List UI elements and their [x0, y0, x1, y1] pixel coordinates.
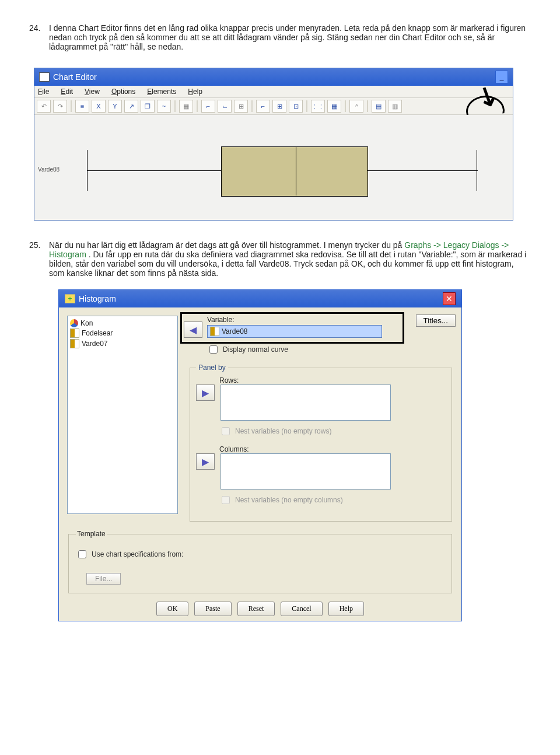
step-25-text: När du nu har lärt dig ett lådagram är d…	[49, 240, 531, 278]
chart-editor-window: Chart Editor _ File Edit View Options El…	[34, 68, 513, 221]
toolbar-x-icon[interactable]: X	[92, 100, 106, 113]
template-legend: Template	[76, 530, 107, 538]
nest-rows-label: Nest variables (no empty rows)	[235, 427, 331, 435]
menu-options[interactable]: Options	[111, 88, 135, 96]
menu-elements[interactable]: Elements	[147, 88, 176, 96]
chart-editor-icon	[39, 72, 50, 82]
dialog-buttons: OK Paste Reset Cancel Help	[67, 602, 453, 616]
toolbar-undo-icon[interactable]: ↶	[37, 100, 51, 113]
boxplot-box	[221, 146, 368, 197]
ok-button[interactable]: OK	[156, 602, 188, 616]
checkbox-icon[interactable]	[209, 345, 218, 354]
chart-editor-menubar: File Edit View Options Elements Help	[34, 86, 513, 98]
display-normal-checkbox[interactable]: Display normal curve	[207, 344, 453, 355]
step-num: 25.	[29, 240, 44, 278]
cancel-button[interactable]: Cancel	[281, 602, 322, 616]
whisker-line-right	[367, 170, 478, 171]
source-variable-list[interactable]: Kon Fodelsear Varde07	[67, 316, 178, 514]
nest-rows-checkbox: Nest variables (no empty rows)	[219, 425, 446, 437]
move-variable-button[interactable]: ◀	[184, 321, 202, 338]
chart-editor-titlebar: Chart Editor _	[34, 68, 513, 86]
panel-by-fieldset: Panel by Rows: ▶ Nest variables (no empt…	[190, 363, 452, 522]
reset-button[interactable]: Reset	[237, 602, 275, 616]
move-cols-button[interactable]: ▶	[196, 453, 215, 470]
rows-field[interactable]	[220, 385, 391, 421]
paste-button[interactable]: Paste	[194, 602, 231, 616]
toolbar-curve-icon[interactable]: ~	[157, 100, 171, 113]
toolbar-grid-icon[interactable]: ▦	[179, 100, 193, 113]
step-24: 24. I denna Chart Editor finns det en lå…	[29, 23, 531, 51]
var-label: Varde07	[82, 340, 107, 348]
rows-label: Rows:	[219, 376, 239, 385]
variable-field-value: Varde08	[222, 327, 247, 335]
toolbar-ab-icon[interactable]: ᴬ	[349, 100, 363, 113]
chart-editor-canvas: Varde08	[34, 115, 513, 220]
display-normal-label: Display normal curve	[223, 345, 288, 354]
toolbar-y-icon[interactable]: Y	[108, 100, 122, 113]
cols-field[interactable]	[220, 453, 391, 490]
var-label: Kon	[80, 319, 93, 327]
menu-help[interactable]: Help	[188, 88, 202, 96]
toolbar-transpose-icon[interactable]: ▤	[372, 100, 386, 113]
template-checkbox[interactable]: Use chart specifications from:	[76, 548, 444, 560]
menu-view[interactable]: View	[85, 88, 100, 96]
menu-file[interactable]: File	[38, 88, 49, 96]
boxplot	[87, 138, 478, 202]
file-button: File...	[86, 573, 121, 585]
variable-label: Variable:	[207, 316, 382, 324]
chart-editor-toolbar: ↘ ↶ ↷ ≡ X Y ↗ ❐ ~ ▦ ⌐ ⌙ ⊞ ⌐ ⊞ ⊡ ⋮⋮ ▦ ᴬ ▤…	[34, 98, 513, 115]
chart-editor-title: Chart Editor	[53, 72, 97, 82]
toolbar-frame-icon[interactable]: ⊞	[272, 100, 286, 113]
panel-by-legend: Panel by	[196, 363, 228, 372]
variable-field[interactable]: Varde08	[207, 325, 382, 338]
move-rows-button[interactable]: ▶	[196, 385, 215, 401]
close-button[interactable]: ✕	[443, 292, 456, 305]
checkbox-icon	[222, 496, 230, 504]
toolbar-l-icon[interactable]: ⌐	[201, 100, 215, 113]
minimize-button[interactable]: _	[495, 71, 508, 83]
toolbar-l2-icon[interactable]: ⌙	[218, 100, 232, 113]
nest-cols-checkbox: Nest variables (no empty columns)	[219, 494, 446, 506]
definition-column: Titles... ◀ Variable: Varde08 Display no	[184, 316, 453, 522]
scale-icon	[70, 339, 79, 348]
toolbar-gridh-icon[interactable]: ▦	[327, 100, 341, 113]
boxplot-median	[296, 146, 296, 195]
step-25-text-b: . Du får upp en ruta där du ska definier…	[49, 250, 526, 278]
histogram-body: Kon Fodelsear Varde07 Titles... ◀	[59, 307, 461, 621]
nominal-icon	[70, 319, 78, 327]
toolbar-fit-icon[interactable]: ❐	[141, 100, 155, 113]
toolbar-grid2-icon[interactable]: ⊞	[234, 100, 248, 113]
help-button[interactable]: Help	[328, 602, 364, 616]
list-item[interactable]: Fodelsear	[70, 328, 175, 338]
toolbar-box-icon[interactable]: ⊡	[289, 100, 303, 113]
toolbar-redo-icon[interactable]: ↷	[53, 100, 67, 113]
whisker-cap-right	[477, 150, 477, 191]
toolbar-l3-icon[interactable]: ⌐	[256, 100, 270, 113]
histogram-title: Histogram	[79, 294, 116, 303]
checkbox-icon[interactable]	[78, 550, 86, 558]
histogram-titlebar: + Histogram ✕	[59, 290, 461, 307]
list-item[interactable]: Kon	[70, 319, 175, 328]
histogram-icon: +	[65, 294, 75, 303]
nest-cols-label: Nest variables (no empty columns)	[235, 496, 343, 504]
toolbar-last-icon[interactable]: ▥	[388, 100, 402, 113]
step-25-text-a: När du nu har lärt dig ett lådagram är d…	[49, 240, 404, 250]
toolbar-props-icon[interactable]: ≡	[75, 100, 89, 113]
template-fieldset: Template Use chart specifications from: …	[68, 530, 452, 593]
step-25: 25. När du nu har lärt dig ett lådagram …	[29, 240, 531, 278]
menu-edit[interactable]: Edit	[61, 88, 73, 96]
scale-icon	[210, 327, 219, 336]
toolbar-gridv-icon[interactable]: ⋮⋮	[311, 100, 325, 113]
var-label: Fodelsear	[82, 329, 113, 337]
list-item[interactable]: Varde07	[70, 338, 175, 349]
scale-icon	[70, 328, 79, 338]
template-checkbox-label: Use chart specifications from:	[92, 550, 183, 558]
step-24-text: I denna Chart Editor finns det en lång r…	[49, 23, 531, 51]
boxplot-axis-label: Varde08	[38, 166, 60, 173]
step-num: 24.	[29, 23, 44, 51]
whisker-line-left	[87, 170, 221, 171]
checkbox-icon	[222, 427, 230, 435]
cols-label: Columns:	[219, 445, 249, 453]
toolbar-arrow-icon[interactable]: ↗	[124, 100, 138, 113]
histogram-dialog: + Histogram ✕ Kon Fodelsear Varde07	[58, 289, 462, 621]
